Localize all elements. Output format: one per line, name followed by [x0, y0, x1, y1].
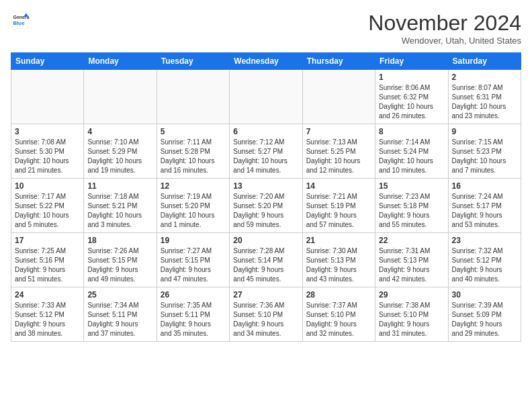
- day-number: 9: [452, 127, 517, 136]
- calendar-cell: 28Sunrise: 7:37 AM Sunset: 5:10 PM Dayli…: [302, 287, 375, 342]
- title-block: November 2024 Wendover, Utah, United Sta…: [368, 11, 521, 46]
- day-info: Sunrise: 7:37 AM Sunset: 5:10 PM Dayligh…: [306, 301, 371, 338]
- day-number: 24: [15, 290, 80, 300]
- day-info: Sunrise: 7:35 AM Sunset: 5:11 PM Dayligh…: [161, 301, 226, 338]
- day-number: 12: [161, 181, 226, 191]
- day-number: 16: [452, 181, 517, 191]
- svg-text:Blue: Blue: [13, 20, 26, 26]
- weekday-header-saturday: Saturday: [448, 53, 521, 70]
- weekday-header-sunday: Sunday: [11, 53, 84, 70]
- calendar-cell: 5Sunrise: 7:11 AM Sunset: 5:28 PM Daylig…: [157, 124, 229, 179]
- day-number: 27: [233, 290, 298, 300]
- day-info: Sunrise: 7:11 AM Sunset: 5:28 PM Dayligh…: [161, 138, 226, 175]
- day-info: Sunrise: 8:07 AM Sunset: 6:31 PM Dayligh…: [452, 83, 517, 121]
- calendar-cell: 21Sunrise: 7:30 AM Sunset: 5:13 PM Dayli…: [302, 233, 375, 287]
- calendar-week-4: 17Sunrise: 7:25 AM Sunset: 5:16 PM Dayli…: [11, 233, 521, 287]
- calendar-week-3: 10Sunrise: 7:17 AM Sunset: 5:22 PM Dayli…: [11, 179, 521, 233]
- day-number: 6: [233, 127, 298, 136]
- calendar-cell: 6Sunrise: 7:12 AM Sunset: 5:27 PM Daylig…: [230, 124, 302, 179]
- day-number: 13: [233, 181, 298, 191]
- day-info: Sunrise: 7:32 AM Sunset: 5:12 PM Dayligh…: [452, 246, 517, 284]
- calendar-cell: 8Sunrise: 7:14 AM Sunset: 5:24 PM Daylig…: [375, 124, 448, 179]
- calendar-cell: 27Sunrise: 7:36 AM Sunset: 5:10 PM Dayli…: [230, 287, 302, 342]
- logo-icon: General Blue: [11, 11, 30, 30]
- page-header: General Blue November 2024 Wendover, Uta…: [11, 11, 521, 46]
- day-number: 8: [379, 127, 444, 136]
- day-number: 10: [15, 181, 80, 191]
- day-info: Sunrise: 7:12 AM Sunset: 5:27 PM Dayligh…: [233, 138, 298, 175]
- calendar-cell: 17Sunrise: 7:25 AM Sunset: 5:16 PM Dayli…: [11, 233, 84, 287]
- calendar-cell: [230, 70, 302, 124]
- calendar-cell: 3Sunrise: 7:08 AM Sunset: 5:30 PM Daylig…: [11, 124, 84, 179]
- calendar-cell: [302, 70, 375, 124]
- day-info: Sunrise: 7:08 AM Sunset: 5:30 PM Dayligh…: [15, 138, 80, 175]
- calendar-cell: 15Sunrise: 7:23 AM Sunset: 5:18 PM Dayli…: [375, 179, 448, 233]
- day-number: 4: [87, 127, 152, 136]
- weekday-header-row: SundayMondayTuesdayWednesdayThursdayFrid…: [11, 53, 521, 70]
- calendar-cell: 13Sunrise: 7:20 AM Sunset: 5:20 PM Dayli…: [230, 179, 302, 233]
- day-info: Sunrise: 7:24 AM Sunset: 5:17 PM Dayligh…: [452, 192, 517, 230]
- weekday-header-friday: Friday: [375, 53, 448, 70]
- calendar-cell: 18Sunrise: 7:26 AM Sunset: 5:15 PM Dayli…: [84, 233, 157, 287]
- day-number: 23: [452, 236, 517, 245]
- day-number: 30: [452, 290, 517, 300]
- day-number: 7: [306, 127, 371, 136]
- day-number: 26: [161, 290, 226, 300]
- calendar-week-1: 1Sunrise: 8:06 AM Sunset: 6:32 PM Daylig…: [11, 70, 521, 124]
- day-number: 17: [15, 236, 80, 245]
- calendar-cell: 30Sunrise: 7:39 AM Sunset: 5:09 PM Dayli…: [448, 287, 521, 342]
- calendar-week-2: 3Sunrise: 7:08 AM Sunset: 5:30 PM Daylig…: [11, 124, 521, 179]
- day-number: 22: [379, 236, 444, 245]
- calendar-cell: 20Sunrise: 7:28 AM Sunset: 5:14 PM Dayli…: [230, 233, 302, 287]
- weekday-header-tuesday: Tuesday: [157, 53, 229, 70]
- calendar-cell: 14Sunrise: 7:21 AM Sunset: 5:19 PM Dayli…: [302, 179, 375, 233]
- logo: General Blue: [11, 11, 30, 30]
- day-info: Sunrise: 7:21 AM Sunset: 5:19 PM Dayligh…: [306, 192, 371, 230]
- day-number: 11: [87, 181, 152, 191]
- calendar-cell: 9Sunrise: 7:15 AM Sunset: 5:23 PM Daylig…: [448, 124, 521, 179]
- day-info: Sunrise: 7:20 AM Sunset: 5:20 PM Dayligh…: [233, 192, 298, 230]
- day-info: Sunrise: 7:19 AM Sunset: 5:20 PM Dayligh…: [161, 192, 226, 230]
- day-info: Sunrise: 8:06 AM Sunset: 6:32 PM Dayligh…: [379, 83, 444, 121]
- day-info: Sunrise: 7:33 AM Sunset: 5:12 PM Dayligh…: [15, 301, 80, 338]
- calendar-cell: 24Sunrise: 7:33 AM Sunset: 5:12 PM Dayli…: [11, 287, 84, 342]
- day-number: 14: [306, 181, 371, 191]
- day-info: Sunrise: 7:25 AM Sunset: 5:16 PM Dayligh…: [15, 246, 80, 284]
- day-number: 2: [452, 73, 517, 82]
- calendar-cell: 23Sunrise: 7:32 AM Sunset: 5:12 PM Dayli…: [448, 233, 521, 287]
- calendar-cell: [157, 70, 229, 124]
- day-info: Sunrise: 7:31 AM Sunset: 5:13 PM Dayligh…: [379, 246, 444, 284]
- calendar-week-5: 24Sunrise: 7:33 AM Sunset: 5:12 PM Dayli…: [11, 287, 521, 342]
- day-number: 1: [379, 73, 444, 82]
- day-number: 19: [161, 236, 226, 245]
- day-info: Sunrise: 7:36 AM Sunset: 5:10 PM Dayligh…: [233, 301, 298, 338]
- calendar-cell: 19Sunrise: 7:27 AM Sunset: 5:15 PM Dayli…: [157, 233, 229, 287]
- day-number: 18: [87, 236, 152, 245]
- day-info: Sunrise: 7:34 AM Sunset: 5:11 PM Dayligh…: [87, 301, 152, 338]
- calendar-cell: 12Sunrise: 7:19 AM Sunset: 5:20 PM Dayli…: [157, 179, 229, 233]
- month-title: November 2024: [368, 11, 521, 36]
- calendar-cell: [11, 70, 84, 124]
- day-number: 5: [161, 127, 226, 136]
- calendar-cell: 7Sunrise: 7:13 AM Sunset: 5:25 PM Daylig…: [302, 124, 375, 179]
- weekday-header-wednesday: Wednesday: [230, 53, 302, 70]
- day-info: Sunrise: 7:38 AM Sunset: 5:10 PM Dayligh…: [379, 301, 444, 338]
- location: Wendover, Utah, United States: [368, 36, 521, 46]
- day-info: Sunrise: 7:14 AM Sunset: 5:24 PM Dayligh…: [379, 138, 444, 175]
- day-number: 15: [379, 181, 444, 191]
- day-number: 21: [306, 236, 371, 245]
- calendar-cell: 11Sunrise: 7:18 AM Sunset: 5:21 PM Dayli…: [84, 179, 157, 233]
- calendar-cell: 1Sunrise: 8:06 AM Sunset: 6:32 PM Daylig…: [375, 70, 448, 124]
- calendar-cell: 26Sunrise: 7:35 AM Sunset: 5:11 PM Dayli…: [157, 287, 229, 342]
- day-info: Sunrise: 7:28 AM Sunset: 5:14 PM Dayligh…: [233, 246, 298, 284]
- day-info: Sunrise: 7:17 AM Sunset: 5:22 PM Dayligh…: [15, 192, 80, 230]
- calendar-cell: [84, 70, 157, 124]
- calendar-cell: 10Sunrise: 7:17 AM Sunset: 5:22 PM Dayli…: [11, 179, 84, 233]
- day-number: 29: [379, 290, 444, 300]
- day-info: Sunrise: 7:26 AM Sunset: 5:15 PM Dayligh…: [87, 246, 152, 284]
- day-info: Sunrise: 7:39 AM Sunset: 5:09 PM Dayligh…: [452, 301, 517, 338]
- calendar-table: SundayMondayTuesdayWednesdayThursdayFrid…: [11, 52, 521, 342]
- weekday-header-thursday: Thursday: [302, 53, 375, 70]
- calendar-cell: 16Sunrise: 7:24 AM Sunset: 5:17 PM Dayli…: [448, 179, 521, 233]
- calendar-cell: 4Sunrise: 7:10 AM Sunset: 5:29 PM Daylig…: [84, 124, 157, 179]
